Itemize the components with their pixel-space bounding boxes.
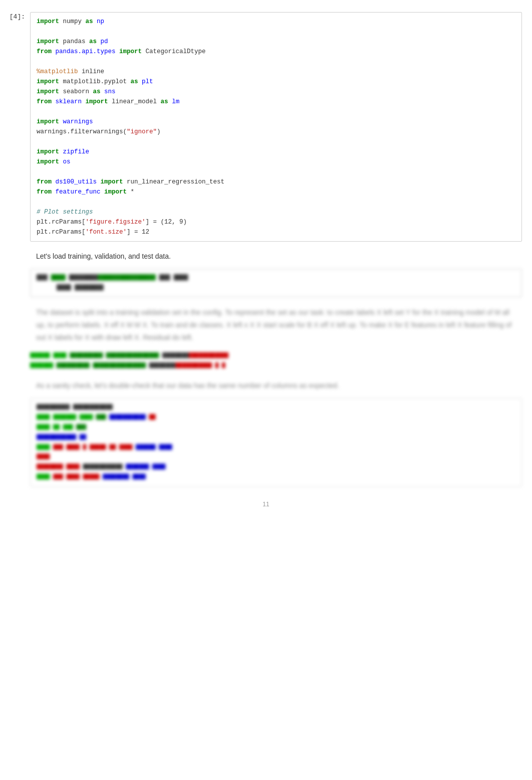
blurred-text-cell-2: As a sanity check, let's double-check th… — [0, 375, 532, 396]
blurred-out-content-2: ██████ ████ ██████████ ████████████████ … — [30, 351, 522, 371]
blurred-text-cell-1: The dataset is split into a training val… — [0, 301, 532, 349]
blurred-text-label-1 — [0, 303, 30, 304]
notebook-container: [4]: import numpy as np import pandas as… — [0, 0, 532, 780]
blurred-text-label-2 — [0, 377, 30, 378]
blurred-text-content-1: The dataset is split into a training val… — [30, 303, 522, 347]
blurred-output-row-2: ██████████ ████████████ ████ ███████ ███… — [0, 398, 532, 486]
text-cell-after-4: Let's load training, validation, and tes… — [0, 246, 532, 267]
code-content-4[interactable]: import numpy as np import pandas as pd f… — [30, 12, 522, 242]
blurred-out-content-3: ██████████ ████████████ ████ ███████ ███… — [30, 398, 522, 486]
text-cell-label — [0, 248, 30, 249]
blurred-text-content-2: As a sanity check, let's double-check th… — [30, 377, 345, 394]
cell-label-4: [4]: — [0, 12, 30, 21]
page-number: 11 — [0, 491, 532, 518]
code-pre-4: import numpy as np import pandas as pd f… — [37, 17, 515, 237]
blurred-output-row-1: ██████ ████ ██████████ ████████████████ … — [0, 351, 532, 371]
blurred-code-cell-1: ███ ████ ████████████████████████ ███ ██… — [0, 269, 532, 297]
code-cell-4[interactable]: [4]: import numpy as np import pandas as… — [0, 10, 532, 244]
blurred-output-1: ███ ████ ████████████████████████ ███ ██… — [30, 269, 522, 297]
text-content-load: Let's load training, validation, and tes… — [30, 248, 177, 265]
